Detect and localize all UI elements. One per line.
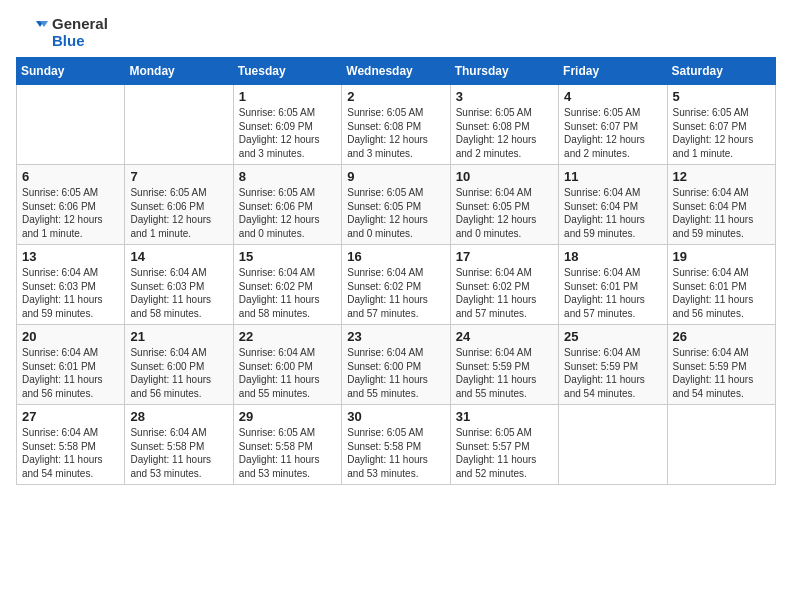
day-info: Sunrise: 6:05 AM Sunset: 6:07 PM Dayligh… [673,106,770,160]
calendar-cell: 27Sunrise: 6:04 AM Sunset: 5:58 PM Dayli… [17,405,125,485]
calendar-cell: 29Sunrise: 6:05 AM Sunset: 5:58 PM Dayli… [233,405,341,485]
calendar-cell: 4Sunrise: 6:05 AM Sunset: 6:07 PM Daylig… [559,85,667,165]
day-number: 12 [673,169,770,184]
day-number: 31 [456,409,553,424]
day-info: Sunrise: 6:05 AM Sunset: 6:09 PM Dayligh… [239,106,336,160]
calendar-cell: 13Sunrise: 6:04 AM Sunset: 6:03 PM Dayli… [17,245,125,325]
day-info: Sunrise: 6:05 AM Sunset: 6:06 PM Dayligh… [130,186,227,240]
day-number: 30 [347,409,444,424]
day-info: Sunrise: 6:04 AM Sunset: 5:59 PM Dayligh… [673,346,770,400]
day-info: Sunrise: 6:05 AM Sunset: 6:06 PM Dayligh… [22,186,119,240]
day-number: 2 [347,89,444,104]
page-header: General Blue [16,16,776,49]
logo-text: General Blue [52,16,108,49]
calendar-cell: 17Sunrise: 6:04 AM Sunset: 6:02 PM Dayli… [450,245,558,325]
day-number: 11 [564,169,661,184]
calendar-cell [17,85,125,165]
day-number: 16 [347,249,444,264]
day-info: Sunrise: 6:05 AM Sunset: 5:58 PM Dayligh… [347,426,444,480]
calendar-cell: 30Sunrise: 6:05 AM Sunset: 5:58 PM Dayli… [342,405,450,485]
day-info: Sunrise: 6:04 AM Sunset: 5:58 PM Dayligh… [130,426,227,480]
calendar-cell [559,405,667,485]
calendar-cell: 2Sunrise: 6:05 AM Sunset: 6:08 PM Daylig… [342,85,450,165]
calendar-cell: 7Sunrise: 6:05 AM Sunset: 6:06 PM Daylig… [125,165,233,245]
day-info: Sunrise: 6:04 AM Sunset: 5:59 PM Dayligh… [564,346,661,400]
day-number: 10 [456,169,553,184]
calendar-header: SundayMondayTuesdayWednesdayThursdayFrid… [17,58,776,85]
logo-container: General Blue [16,16,108,49]
day-info: Sunrise: 6:05 AM Sunset: 6:08 PM Dayligh… [347,106,444,160]
day-number: 13 [22,249,119,264]
calendar-cell: 14Sunrise: 6:04 AM Sunset: 6:03 PM Dayli… [125,245,233,325]
calendar-cell: 16Sunrise: 6:04 AM Sunset: 6:02 PM Dayli… [342,245,450,325]
day-info: Sunrise: 6:05 AM Sunset: 6:05 PM Dayligh… [347,186,444,240]
day-info: Sunrise: 6:04 AM Sunset: 6:01 PM Dayligh… [673,266,770,320]
day-number: 6 [22,169,119,184]
calendar-cell: 6Sunrise: 6:05 AM Sunset: 6:06 PM Daylig… [17,165,125,245]
day-number: 25 [564,329,661,344]
day-number: 15 [239,249,336,264]
day-info: Sunrise: 6:04 AM Sunset: 5:59 PM Dayligh… [456,346,553,400]
calendar-cell: 22Sunrise: 6:04 AM Sunset: 6:00 PM Dayli… [233,325,341,405]
calendar-cell: 9Sunrise: 6:05 AM Sunset: 6:05 PM Daylig… [342,165,450,245]
calendar-cell: 11Sunrise: 6:04 AM Sunset: 6:04 PM Dayli… [559,165,667,245]
calendar-cell: 10Sunrise: 6:04 AM Sunset: 6:05 PM Dayli… [450,165,558,245]
day-number: 8 [239,169,336,184]
day-info: Sunrise: 6:04 AM Sunset: 6:02 PM Dayligh… [347,266,444,320]
calendar-cell: 1Sunrise: 6:05 AM Sunset: 6:09 PM Daylig… [233,85,341,165]
day-number: 17 [456,249,553,264]
day-info: Sunrise: 6:05 AM Sunset: 6:08 PM Dayligh… [456,106,553,160]
day-number: 20 [22,329,119,344]
day-number: 1 [239,89,336,104]
calendar-cell: 24Sunrise: 6:04 AM Sunset: 5:59 PM Dayli… [450,325,558,405]
day-number: 19 [673,249,770,264]
weekday-header-tuesday: Tuesday [233,58,341,85]
day-number: 21 [130,329,227,344]
day-info: Sunrise: 6:05 AM Sunset: 5:57 PM Dayligh… [456,426,553,480]
weekday-header-saturday: Saturday [667,58,775,85]
day-info: Sunrise: 6:04 AM Sunset: 6:04 PM Dayligh… [564,186,661,240]
calendar-cell [125,85,233,165]
day-info: Sunrise: 6:05 AM Sunset: 6:07 PM Dayligh… [564,106,661,160]
day-info: Sunrise: 6:04 AM Sunset: 6:01 PM Dayligh… [564,266,661,320]
day-info: Sunrise: 6:04 AM Sunset: 6:00 PM Dayligh… [347,346,444,400]
calendar-cell: 15Sunrise: 6:04 AM Sunset: 6:02 PM Dayli… [233,245,341,325]
calendar-cell: 26Sunrise: 6:04 AM Sunset: 5:59 PM Dayli… [667,325,775,405]
day-info: Sunrise: 6:04 AM Sunset: 6:02 PM Dayligh… [456,266,553,320]
day-info: Sunrise: 6:05 AM Sunset: 5:58 PM Dayligh… [239,426,336,480]
day-number: 5 [673,89,770,104]
day-info: Sunrise: 6:05 AM Sunset: 6:06 PM Dayligh… [239,186,336,240]
calendar-cell: 5Sunrise: 6:05 AM Sunset: 6:07 PM Daylig… [667,85,775,165]
day-number: 26 [673,329,770,344]
calendar-cell: 19Sunrise: 6:04 AM Sunset: 6:01 PM Dayli… [667,245,775,325]
weekday-header-friday: Friday [559,58,667,85]
day-info: Sunrise: 6:04 AM Sunset: 6:03 PM Dayligh… [22,266,119,320]
calendar-cell: 20Sunrise: 6:04 AM Sunset: 6:01 PM Dayli… [17,325,125,405]
day-number: 28 [130,409,227,424]
day-info: Sunrise: 6:04 AM Sunset: 6:05 PM Dayligh… [456,186,553,240]
day-number: 4 [564,89,661,104]
calendar-cell: 12Sunrise: 6:04 AM Sunset: 6:04 PM Dayli… [667,165,775,245]
day-info: Sunrise: 6:04 AM Sunset: 6:02 PM Dayligh… [239,266,336,320]
day-info: Sunrise: 6:04 AM Sunset: 6:01 PM Dayligh… [22,346,119,400]
calendar-cell: 28Sunrise: 6:04 AM Sunset: 5:58 PM Dayli… [125,405,233,485]
calendar-cell: 18Sunrise: 6:04 AM Sunset: 6:01 PM Dayli… [559,245,667,325]
logo: General Blue [16,16,108,49]
calendar-cell [667,405,775,485]
day-info: Sunrise: 6:04 AM Sunset: 6:04 PM Dayligh… [673,186,770,240]
day-number: 18 [564,249,661,264]
day-number: 9 [347,169,444,184]
day-number: 3 [456,89,553,104]
weekday-header-sunday: Sunday [17,58,125,85]
day-number: 22 [239,329,336,344]
weekday-header-monday: Monday [125,58,233,85]
day-number: 23 [347,329,444,344]
day-info: Sunrise: 6:04 AM Sunset: 6:03 PM Dayligh… [130,266,227,320]
logo-icon [16,17,48,49]
weekday-header-wednesday: Wednesday [342,58,450,85]
day-info: Sunrise: 6:04 AM Sunset: 5:58 PM Dayligh… [22,426,119,480]
day-number: 14 [130,249,227,264]
calendar-cell: 31Sunrise: 6:05 AM Sunset: 5:57 PM Dayli… [450,405,558,485]
calendar-cell: 8Sunrise: 6:05 AM Sunset: 6:06 PM Daylig… [233,165,341,245]
day-info: Sunrise: 6:04 AM Sunset: 6:00 PM Dayligh… [130,346,227,400]
